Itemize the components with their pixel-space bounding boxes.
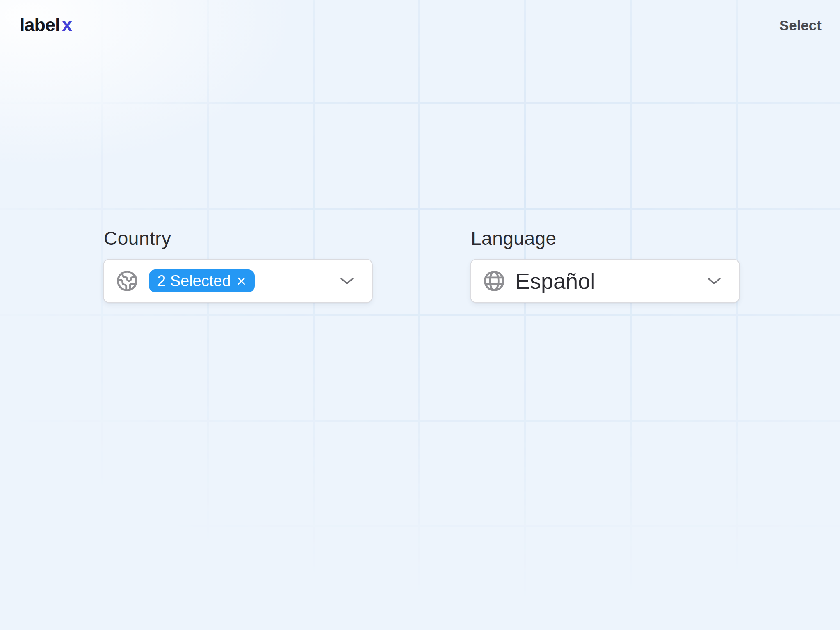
select-button[interactable]: Select: [779, 18, 822, 32]
chevron-down-icon[interactable]: [340, 277, 354, 285]
country-selected-chip-label: 2 Selected: [157, 273, 231, 289]
language-value: Español: [515, 270, 595, 292]
brand-accent: x: [62, 15, 72, 34]
language-select[interactable]: Español: [470, 259, 740, 303]
chevron-down-icon[interactable]: [707, 277, 721, 285]
language-label: Language: [471, 229, 740, 248]
globe-icon: [483, 270, 505, 292]
brand-logo: labelx: [20, 15, 72, 34]
brand-name: label: [20, 16, 60, 34]
earth-icon: [116, 270, 138, 292]
country-label: Country: [104, 229, 373, 248]
page: labelx Select Country 2 Selected: [0, 0, 840, 630]
language-field: Language Español: [470, 229, 740, 303]
country-selected-chip[interactable]: 2 Selected: [149, 269, 255, 292]
country-field: Country 2 Selected: [103, 229, 373, 303]
chip-remove-icon[interactable]: [236, 276, 247, 286]
country-select[interactable]: 2 Selected: [103, 259, 373, 303]
background-grid: [0, 0, 840, 630]
